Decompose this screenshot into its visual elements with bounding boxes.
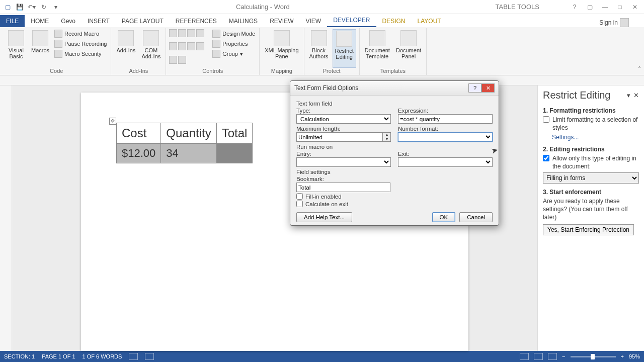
- tab-file[interactable]: FILE: [0, 15, 25, 27]
- xml-mapping-button[interactable]: XML Mapping Pane: [263, 29, 300, 68]
- table-move-handle[interactable]: ✥: [109, 118, 116, 125]
- qat-more-icon[interactable]: ▾: [51, 3, 60, 12]
- close-icon[interactable]: ✕: [630, 4, 640, 11]
- dialog-titlebar[interactable]: Text Form Field Options ? ✕: [290, 81, 499, 96]
- zoom-out-button[interactable]: −: [562, 353, 565, 359]
- macros-button[interactable]: Macros: [29, 29, 51, 68]
- document-panel-button[interactable]: Document Panel: [394, 29, 423, 68]
- tab-view[interactable]: VIEW: [299, 15, 327, 27]
- pane-close-icon[interactable]: ✕: [633, 92, 639, 99]
- tab-mailings[interactable]: MAILINGS: [223, 15, 264, 27]
- cancel-button[interactable]: Cancel: [459, 212, 493, 222]
- type-select[interactable]: Calculation: [296, 114, 391, 124]
- picture-control-icon[interactable]: [187, 29, 195, 37]
- checkbox-control-icon[interactable]: [169, 42, 177, 50]
- macro-security-button[interactable]: Macro Security: [53, 49, 108, 58]
- ribbon-options-icon[interactable]: ▢: [585, 4, 595, 11]
- header-quantity[interactable]: Quantity: [161, 123, 216, 144]
- group-button[interactable]: Group ▾: [211, 49, 256, 58]
- tab-page-layout[interactable]: PAGE LAYOUT: [116, 15, 170, 27]
- start-enforcing-button[interactable]: Yes, Start Enforcing Protection: [543, 224, 634, 235]
- record-macro-button[interactable]: Record Macro: [53, 29, 108, 38]
- entry-select[interactable]: [296, 157, 391, 167]
- save-icon[interactable]: 💾: [15, 3, 24, 12]
- bookmark-input[interactable]: [296, 183, 390, 192]
- document-table[interactable]: Cost Quantity Total $12.00 34: [116, 123, 253, 163]
- visual-basic-button[interactable]: Visual Basic: [5, 29, 27, 68]
- macro-record-status-icon[interactable]: [145, 353, 154, 360]
- status-page[interactable]: PAGE 1 OF 1: [42, 353, 75, 359]
- max-length-spinner[interactable]: ▴▾: [383, 132, 391, 142]
- plaintext-control-icon[interactable]: [178, 29, 186, 37]
- fillin-enabled-checkbox[interactable]: Fill-in enabled: [296, 193, 493, 200]
- cell-quantity[interactable]: 34: [161, 144, 216, 163]
- read-mode-icon[interactable]: [520, 353, 529, 360]
- status-section[interactable]: SECTION: 1: [4, 353, 35, 359]
- web-layout-icon[interactable]: [548, 353, 557, 360]
- redo-icon[interactable]: ↻: [39, 3, 48, 12]
- editing-type-select[interactable]: Filling in forms: [543, 172, 639, 184]
- combobox-control-icon[interactable]: [178, 42, 186, 50]
- zoom-in-button[interactable]: +: [621, 353, 624, 359]
- document-template-button[interactable]: Document Template: [363, 29, 392, 68]
- section-field-settings: Field settings: [296, 169, 493, 175]
- dropdown-control-icon[interactable]: [187, 42, 195, 50]
- properties-button[interactable]: Properties: [211, 39, 256, 48]
- tab-developer[interactable]: DEVELOPER: [327, 14, 376, 27]
- collapse-ribbon-icon[interactable]: ˄: [638, 66, 641, 73]
- restrict-editing-icon: [336, 31, 352, 47]
- record-icon: [54, 30, 62, 38]
- limit-formatting-checkbox[interactable]: Limit formatting to a selection of style…: [543, 116, 639, 132]
- header-cost[interactable]: Cost: [117, 123, 161, 144]
- tab-layout[interactable]: LAYOUT: [412, 15, 447, 27]
- calculate-on-exit-checkbox[interactable]: Calculate on exit: [296, 201, 493, 207]
- ok-button[interactable]: OK: [432, 212, 456, 222]
- settings-link[interactable]: Settings...: [552, 134, 639, 141]
- dialog-close-icon[interactable]: ✕: [481, 83, 495, 93]
- cell-total[interactable]: [216, 144, 253, 163]
- max-length-input[interactable]: [296, 132, 383, 142]
- undo-icon[interactable]: ↶▾: [27, 3, 36, 12]
- cell-cost[interactable]: $12.00: [117, 144, 161, 163]
- enforcement-description: Are you ready to apply these settings? (…: [543, 198, 639, 221]
- print-layout-icon[interactable]: [534, 353, 543, 360]
- add-help-text-button[interactable]: Add Help Text...: [296, 212, 352, 222]
- header-total[interactable]: Total: [216, 123, 253, 144]
- number-format-select[interactable]: [398, 132, 493, 142]
- addins-icon: [118, 30, 134, 46]
- repeating-control-icon[interactable]: [169, 56, 177, 64]
- expression-input[interactable]: [398, 114, 493, 124]
- tab-gevo[interactable]: Gevo: [55, 15, 82, 27]
- tab-review[interactable]: REVIEW: [264, 15, 299, 27]
- datepicker-control-icon[interactable]: [196, 42, 204, 50]
- pause-recording-button[interactable]: Pause Recording: [53, 39, 108, 48]
- tab-home[interactable]: HOME: [25, 15, 55, 27]
- exit-select[interactable]: [398, 157, 493, 167]
- legacy-tools-icon[interactable]: [178, 56, 186, 64]
- buildingblock-control-icon[interactable]: [196, 29, 204, 37]
- tab-design[interactable]: DESIGN: [376, 15, 412, 27]
- com-addins-button[interactable]: COM Add-Ins: [139, 29, 163, 68]
- design-mode-button[interactable]: Design Mode: [211, 29, 256, 38]
- tab-references[interactable]: REFERENCES: [170, 15, 223, 27]
- restrict-editing-button[interactable]: Restrict Editing: [333, 29, 356, 68]
- group-label-protect: Protect: [307, 68, 356, 75]
- addins-button[interactable]: Add-Ins: [114, 29, 137, 68]
- pane-dropdown-icon[interactable]: ▾: [627, 92, 630, 99]
- tab-insert[interactable]: INSERT: [82, 15, 116, 27]
- help-icon[interactable]: ?: [570, 4, 580, 11]
- pause-icon: [54, 40, 62, 48]
- sign-in-link[interactable]: Sign in: [599, 18, 644, 27]
- maximize-icon[interactable]: □: [615, 4, 625, 11]
- vertical-ruler[interactable]: [0, 85, 12, 351]
- allow-editing-checkbox[interactable]: Allow only this type of editing in the d…: [543, 155, 639, 170]
- spelling-icon[interactable]: [129, 353, 138, 360]
- dialog-help-icon[interactable]: ?: [468, 83, 481, 93]
- zoom-level[interactable]: 95%: [629, 353, 640, 359]
- minimize-icon[interactable]: —: [600, 4, 610, 11]
- block-authors-button[interactable]: Block Authors: [307, 29, 331, 68]
- richtext-control-icon[interactable]: [169, 29, 177, 37]
- zoom-slider[interactable]: [571, 356, 616, 357]
- status-words[interactable]: 1 OF 6 WORDS: [83, 353, 122, 359]
- avatar-icon: [620, 18, 629, 27]
